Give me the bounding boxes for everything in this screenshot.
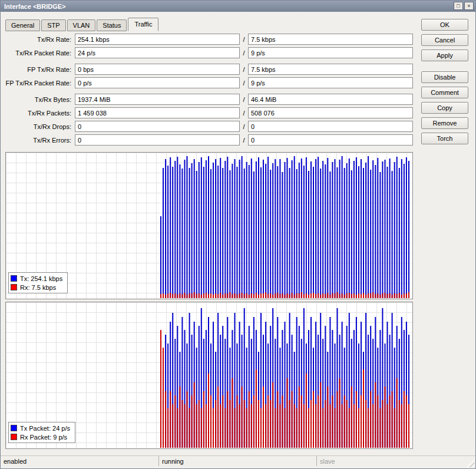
field-label: Tx/Rx Drops: — [5, 123, 75, 130]
field-label: Tx/Rx Bytes: — [5, 96, 75, 103]
fp-tx-rx-packet-rate-row: FP Tx/Rx Packet Rate: / — [5, 77, 413, 88]
tx-rx-packet-rate-row: Tx/Rx Packet Rate: / — [5, 47, 413, 58]
tx-rx-errors-row: Tx/Rx Errors: / — [5, 134, 413, 146]
traffic-form: Tx/Rx Rate: / Tx/Rx Packet Rate: / FP Tx… — [5, 34, 413, 148]
rx-packet-legend-label: Rx Packet: 9 p/s — [20, 434, 67, 441]
disable-button[interactable]: Disable — [421, 71, 468, 83]
field-label: Tx/Rx Packets: — [5, 110, 75, 117]
action-buttons: OK Cancel Apply Disable Comment Copy Rem… — [421, 19, 468, 144]
tab-traffic[interactable]: Traffic — [128, 18, 158, 31]
slash-separator: / — [240, 110, 248, 117]
fp-rx-packet-rate-input[interactable] — [248, 77, 413, 88]
rx-drops-input[interactable] — [248, 121, 413, 132]
rx-errors-input[interactable] — [248, 134, 413, 146]
tx-packets-input[interactable] — [75, 107, 240, 118]
status-bar: enabled running slave — [1, 455, 475, 466]
tx-rx-bytes-row: Tx/Rx Bytes: / — [5, 94, 413, 105]
rx-packets-input[interactable] — [248, 107, 413, 118]
rx-packet-rate-input[interactable] — [248, 47, 413, 58]
slash-separator: / — [240, 66, 248, 73]
tx-rx-packets-row: Tx/Rx Packets: / — [5, 107, 413, 118]
fp-rx-rate-input[interactable] — [248, 64, 413, 75]
fp-tx-packet-rate-input[interactable] — [75, 77, 240, 88]
torch-button[interactable]: Torch — [421, 133, 468, 144]
tab-stp[interactable]: STP — [41, 19, 65, 31]
tx-rx-drops-row: Tx/Rx Drops: / — [5, 121, 413, 132]
tab-general[interactable]: General — [5, 19, 40, 31]
slash-separator: / — [240, 49, 248, 57]
tx-packet-rate-input[interactable] — [75, 47, 240, 58]
slash-separator: / — [240, 80, 248, 87]
tab-vlan[interactable]: VLAN — [67, 19, 96, 31]
legend-row-tx: Tx: 254.1 kbps — [11, 274, 62, 283]
interface-bridge-window: Interface <BRIDGE> □ × General STP VLAN … — [0, 0, 476, 469]
rx-packet-color-swatch — [11, 434, 17, 440]
traffic-rate-graph: Tx: 254.1 kbps Rx: 7.5 kbps — [5, 152, 413, 299]
rx-rate-input[interactable] — [248, 34, 413, 45]
tab-bar: General STP VLAN Status Traffic — [5, 18, 160, 31]
tx-errors-input[interactable] — [75, 134, 240, 146]
tx-rate-input[interactable] — [75, 34, 240, 45]
legend-row-rx: Rx: 7.5 kbps — [11, 283, 62, 292]
packet-rate-legend: Tx Packet: 24 p/s Rx Packet: 9 p/s — [8, 422, 75, 443]
titlebar-buttons: □ × — [454, 2, 474, 10]
apply-button[interactable]: Apply — [421, 49, 468, 61]
close-icon[interactable]: × — [464, 2, 474, 10]
cancel-button[interactable]: Cancel — [421, 34, 468, 46]
fp-tx-rate-input[interactable] — [75, 64, 240, 75]
status-enabled: enabled — [1, 456, 158, 466]
status-running: running — [158, 456, 316, 466]
rx-legend-label: Rx: 7.5 kbps — [20, 284, 56, 291]
tx-packet-legend-label: Tx Packet: 24 p/s — [20, 425, 70, 432]
slash-separator: / — [240, 123, 248, 130]
tx-bytes-input[interactable] — [75, 94, 240, 105]
slash-separator: / — [240, 137, 248, 144]
tab-status[interactable]: Status — [97, 19, 127, 31]
slash-separator: / — [240, 36, 248, 43]
ok-button[interactable]: OK — [421, 19, 468, 31]
field-label: FP Tx/Rx Packet Rate: — [5, 80, 75, 87]
status-slave: slave — [316, 456, 475, 466]
rx-color-swatch — [11, 284, 17, 290]
tx-rx-rate-row: Tx/Rx Rate: / — [5, 34, 413, 45]
field-label: FP Tx/Rx Rate: — [5, 66, 75, 73]
tx-drops-input[interactable] — [75, 121, 240, 132]
packet-rate-graph: Tx Packet: 24 p/s Rx Packet: 9 p/s — [5, 302, 413, 449]
legend-row-rx-packet: Rx Packet: 9 p/s — [11, 432, 70, 441]
slash-separator: / — [240, 96, 248, 103]
remove-button[interactable]: Remove — [421, 117, 468, 129]
traffic-rate-legend: Tx: 254.1 kbps Rx: 7.5 kbps — [8, 272, 68, 293]
field-label: Tx/Rx Packet Rate: — [5, 49, 75, 57]
tx-legend-label: Tx: 254.1 kbps — [20, 275, 62, 282]
comment-button[interactable]: Comment — [421, 87, 468, 98]
tx-color-swatch — [11, 275, 17, 282]
copy-button[interactable]: Copy — [421, 102, 468, 114]
fp-tx-rx-rate-row: FP Tx/Rx Rate: / — [5, 64, 413, 75]
rx-bytes-input[interactable] — [248, 94, 413, 105]
maximize-icon[interactable]: □ — [454, 2, 463, 10]
legend-row-tx-packet: Tx Packet: 24 p/s — [11, 424, 70, 432]
field-label: Tx/Rx Errors: — [5, 137, 75, 144]
field-label: Tx/Rx Rate: — [5, 36, 75, 43]
tx-packet-color-swatch — [11, 425, 17, 431]
window-title: Interface <BRIDGE> — [4, 3, 66, 10]
titlebar[interactable]: Interface <BRIDGE> □ × — [1, 1, 475, 12]
